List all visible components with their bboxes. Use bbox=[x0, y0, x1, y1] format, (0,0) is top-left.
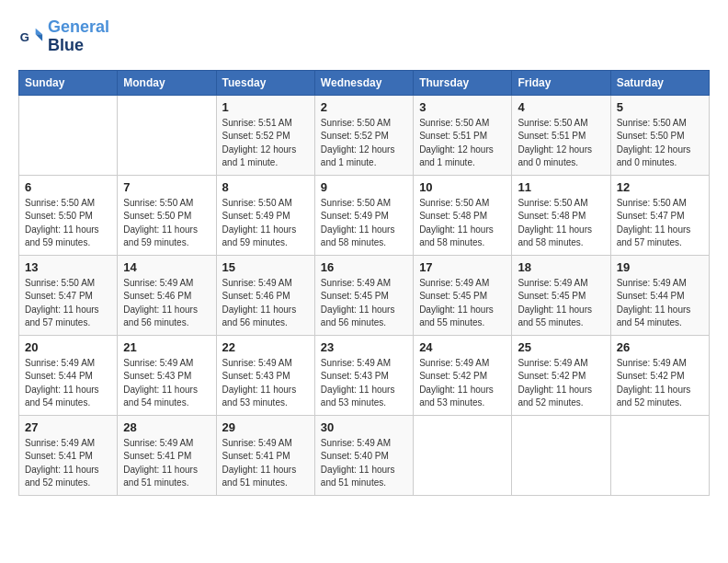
day-detail: Sunrise: 5:49 AM Sunset: 5:43 PM Dayligh… bbox=[222, 357, 309, 410]
day-number: 24 bbox=[419, 340, 506, 354]
calendar-cell: 1Sunrise: 5:51 AM Sunset: 5:52 PM Daylig… bbox=[216, 95, 314, 175]
day-number: 23 bbox=[321, 340, 407, 354]
calendar-cell: 18Sunrise: 5:49 AM Sunset: 5:45 PM Dayli… bbox=[512, 255, 610, 335]
day-detail: Sunrise: 5:49 AM Sunset: 5:42 PM Dayligh… bbox=[518, 357, 604, 410]
day-number: 25 bbox=[518, 340, 604, 354]
day-detail: Sunrise: 5:50 AM Sunset: 5:47 PM Dayligh… bbox=[617, 197, 703, 250]
day-detail: Sunrise: 5:49 AM Sunset: 5:41 PM Dayligh… bbox=[123, 437, 210, 490]
day-detail: Sunrise: 5:49 AM Sunset: 5:40 PM Dayligh… bbox=[321, 437, 407, 490]
calendar-week-1: 1Sunrise: 5:51 AM Sunset: 5:52 PM Daylig… bbox=[19, 95, 710, 175]
day-number: 13 bbox=[25, 260, 111, 274]
page-header: G General Blue bbox=[18, 18, 710, 55]
day-number: 7 bbox=[123, 180, 210, 194]
day-number: 18 bbox=[518, 260, 604, 274]
calendar-cell: 22Sunrise: 5:49 AM Sunset: 5:43 PM Dayli… bbox=[216, 335, 314, 415]
logo-text: General Blue bbox=[48, 18, 109, 55]
calendar-cell: 9Sunrise: 5:50 AM Sunset: 5:49 PM Daylig… bbox=[314, 175, 413, 255]
calendar-week-2: 6Sunrise: 5:50 AM Sunset: 5:50 PM Daylig… bbox=[19, 175, 710, 255]
day-detail: Sunrise: 5:49 AM Sunset: 5:42 PM Dayligh… bbox=[419, 357, 506, 410]
calendar-week-5: 27Sunrise: 5:49 AM Sunset: 5:41 PM Dayli… bbox=[19, 415, 710, 495]
day-number: 1 bbox=[222, 100, 309, 114]
calendar-cell: 21Sunrise: 5:49 AM Sunset: 5:43 PM Dayli… bbox=[118, 335, 216, 415]
calendar-cell: 19Sunrise: 5:49 AM Sunset: 5:44 PM Dayli… bbox=[610, 255, 709, 335]
day-detail: Sunrise: 5:49 AM Sunset: 5:45 PM Dayligh… bbox=[518, 277, 604, 330]
day-detail: Sunrise: 5:50 AM Sunset: 5:50 PM Dayligh… bbox=[123, 197, 210, 250]
day-number: 11 bbox=[518, 180, 604, 194]
day-number: 28 bbox=[123, 420, 210, 434]
calendar-cell bbox=[512, 415, 610, 495]
day-number: 10 bbox=[419, 180, 506, 194]
day-detail: Sunrise: 5:50 AM Sunset: 5:49 PM Dayligh… bbox=[222, 197, 309, 250]
column-header-saturday: Saturday bbox=[610, 70, 709, 95]
calendar-cell: 15Sunrise: 5:49 AM Sunset: 5:46 PM Dayli… bbox=[216, 255, 314, 335]
day-detail: Sunrise: 5:50 AM Sunset: 5:52 PM Dayligh… bbox=[321, 117, 407, 170]
day-number: 26 bbox=[617, 340, 703, 354]
calendar-cell: 12Sunrise: 5:50 AM Sunset: 5:47 PM Dayli… bbox=[610, 175, 709, 255]
svg-marker-1 bbox=[36, 28, 42, 34]
svg-marker-2 bbox=[36, 34, 42, 40]
calendar-cell: 5Sunrise: 5:50 AM Sunset: 5:50 PM Daylig… bbox=[610, 95, 709, 175]
calendar-cell: 7Sunrise: 5:50 AM Sunset: 5:50 PM Daylig… bbox=[118, 175, 216, 255]
svg-text:G: G bbox=[20, 29, 29, 43]
day-number: 4 bbox=[518, 100, 604, 114]
day-detail: Sunrise: 5:49 AM Sunset: 5:45 PM Dayligh… bbox=[321, 277, 407, 330]
day-detail: Sunrise: 5:49 AM Sunset: 5:42 PM Dayligh… bbox=[617, 357, 703, 410]
day-detail: Sunrise: 5:50 AM Sunset: 5:48 PM Dayligh… bbox=[419, 197, 506, 250]
day-detail: Sunrise: 5:50 AM Sunset: 5:48 PM Dayligh… bbox=[518, 197, 604, 250]
calendar-cell: 4Sunrise: 5:50 AM Sunset: 5:51 PM Daylig… bbox=[512, 95, 610, 175]
calendar-cell bbox=[118, 95, 216, 175]
calendar-cell: 13Sunrise: 5:50 AM Sunset: 5:47 PM Dayli… bbox=[19, 255, 118, 335]
calendar-table: SundayMondayTuesdayWednesdayThursdayFrid… bbox=[18, 70, 710, 496]
calendar-cell bbox=[19, 95, 118, 175]
day-number: 22 bbox=[222, 340, 309, 354]
day-detail: Sunrise: 5:49 AM Sunset: 5:43 PM Dayligh… bbox=[123, 357, 210, 410]
calendar-cell: 28Sunrise: 5:49 AM Sunset: 5:41 PM Dayli… bbox=[118, 415, 216, 495]
day-number: 5 bbox=[617, 100, 703, 114]
column-header-thursday: Thursday bbox=[414, 70, 512, 95]
calendar-cell: 3Sunrise: 5:50 AM Sunset: 5:51 PM Daylig… bbox=[414, 95, 512, 175]
column-header-wednesday: Wednesday bbox=[314, 70, 413, 95]
day-number: 6 bbox=[25, 180, 111, 194]
calendar-cell: 8Sunrise: 5:50 AM Sunset: 5:49 PM Daylig… bbox=[216, 175, 314, 255]
calendar-cell: 26Sunrise: 5:49 AM Sunset: 5:42 PM Dayli… bbox=[610, 335, 709, 415]
day-number: 16 bbox=[321, 260, 407, 274]
day-detail: Sunrise: 5:50 AM Sunset: 5:47 PM Dayligh… bbox=[25, 277, 111, 330]
column-header-sunday: Sunday bbox=[19, 70, 118, 95]
calendar-cell: 2Sunrise: 5:50 AM Sunset: 5:52 PM Daylig… bbox=[314, 95, 413, 175]
day-detail: Sunrise: 5:50 AM Sunset: 5:50 PM Dayligh… bbox=[25, 197, 111, 250]
day-detail: Sunrise: 5:49 AM Sunset: 5:45 PM Dayligh… bbox=[419, 277, 506, 330]
column-header-monday: Monday bbox=[118, 70, 216, 95]
calendar-cell bbox=[610, 415, 709, 495]
day-detail: Sunrise: 5:49 AM Sunset: 5:44 PM Dayligh… bbox=[25, 357, 111, 410]
day-number: 20 bbox=[25, 340, 111, 354]
calendar-cell: 14Sunrise: 5:49 AM Sunset: 5:46 PM Dayli… bbox=[118, 255, 216, 335]
day-detail: Sunrise: 5:49 AM Sunset: 5:46 PM Dayligh… bbox=[222, 277, 309, 330]
day-number: 2 bbox=[321, 100, 407, 114]
logo-icon: G bbox=[18, 24, 44, 50]
calendar-week-4: 20Sunrise: 5:49 AM Sunset: 5:44 PM Dayli… bbox=[19, 335, 710, 415]
day-number: 9 bbox=[321, 180, 407, 194]
day-number: 8 bbox=[222, 180, 309, 194]
calendar-cell: 6Sunrise: 5:50 AM Sunset: 5:50 PM Daylig… bbox=[19, 175, 118, 255]
calendar-cell: 16Sunrise: 5:49 AM Sunset: 5:45 PM Dayli… bbox=[314, 255, 413, 335]
day-detail: Sunrise: 5:50 AM Sunset: 5:50 PM Dayligh… bbox=[617, 117, 703, 170]
day-detail: Sunrise: 5:49 AM Sunset: 5:44 PM Dayligh… bbox=[617, 277, 703, 330]
column-header-tuesday: Tuesday bbox=[216, 70, 314, 95]
calendar-cell: 27Sunrise: 5:49 AM Sunset: 5:41 PM Dayli… bbox=[19, 415, 118, 495]
calendar-cell: 23Sunrise: 5:49 AM Sunset: 5:43 PM Dayli… bbox=[314, 335, 413, 415]
day-number: 14 bbox=[123, 260, 210, 274]
day-detail: Sunrise: 5:50 AM Sunset: 5:51 PM Dayligh… bbox=[419, 117, 506, 170]
day-number: 29 bbox=[222, 420, 309, 434]
day-number: 17 bbox=[419, 260, 506, 274]
calendar-cell: 25Sunrise: 5:49 AM Sunset: 5:42 PM Dayli… bbox=[512, 335, 610, 415]
day-number: 15 bbox=[222, 260, 309, 274]
calendar-cell: 10Sunrise: 5:50 AM Sunset: 5:48 PM Dayli… bbox=[414, 175, 512, 255]
column-header-friday: Friday bbox=[512, 70, 610, 95]
calendar-cell: 30Sunrise: 5:49 AM Sunset: 5:40 PM Dayli… bbox=[314, 415, 413, 495]
day-detail: Sunrise: 5:50 AM Sunset: 5:49 PM Dayligh… bbox=[321, 197, 407, 250]
day-number: 3 bbox=[419, 100, 506, 114]
day-number: 12 bbox=[617, 180, 703, 194]
calendar-week-3: 13Sunrise: 5:50 AM Sunset: 5:47 PM Dayli… bbox=[19, 255, 710, 335]
calendar-cell: 11Sunrise: 5:50 AM Sunset: 5:48 PM Dayli… bbox=[512, 175, 610, 255]
calendar-header-row: SundayMondayTuesdayWednesdayThursdayFrid… bbox=[19, 70, 710, 95]
